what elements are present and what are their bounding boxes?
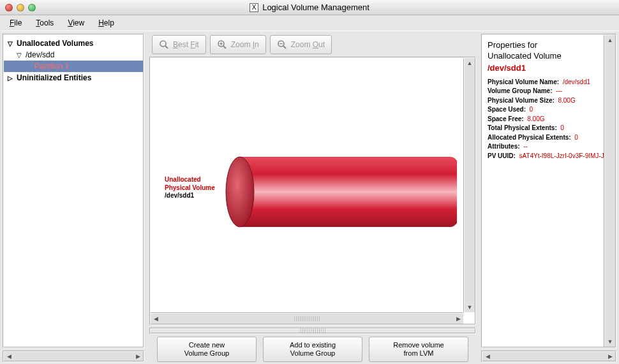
canvas-horizontal-scrollbar[interactable]: ◀ ▶: [151, 312, 463, 324]
tree-node-unallocated-volumes[interactable]: ▽ Unallocated Volumes: [4, 38, 143, 49]
svg-rect-9: [240, 157, 451, 227]
svg-point-11: [226, 157, 254, 227]
magnifier-plus-icon: [217, 40, 227, 50]
x11-icon: X: [250, 3, 258, 12]
chevron-down-icon: ▽: [15, 52, 23, 59]
svg-line-3: [223, 46, 226, 48]
prop-attributes: Attributes: --: [488, 142, 615, 152]
prop-pv-size: Physical Volume Size: 8.00G: [488, 96, 615, 106]
minimize-window-button[interactable]: [17, 4, 24, 11]
scroll-right-icon[interactable]: ▶: [605, 352, 615, 361]
svg-line-7: [283, 46, 286, 48]
tree-node-uninitialized-entities[interactable]: ▷ Uninitialized Entities: [4, 72, 143, 84]
svg-line-1: [165, 46, 168, 48]
menu-tools[interactable]: Tools: [30, 17, 59, 29]
menu-bar: File Tools View Help: [0, 15, 619, 31]
scroll-down-icon[interactable]: ▼: [465, 302, 475, 312]
volume-canvas: Unallocated Physical Volume /dev/sdd1: [149, 57, 476, 325]
prop-total-extents: Total Physical Extents: 0: [488, 124, 615, 133]
maximize-window-button[interactable]: [28, 4, 36, 11]
canvas-vertical-scrollbar[interactable]: ▲ ▼: [463, 58, 475, 312]
window-controls: [5, 4, 36, 11]
scroll-left-icon[interactable]: ◀: [4, 352, 14, 361]
scroll-right-icon[interactable]: ▶: [453, 316, 463, 322]
prop-space-used: Space Used: 0: [488, 105, 615, 115]
scroll-left-icon[interactable]: ◀: [482, 352, 493, 361]
properties-vertical-scrollbar[interactable]: ▲ ▼: [604, 35, 615, 347]
chevron-down-icon: ▽: [6, 40, 14, 47]
tree-label: Uninitialized Entities: [17, 73, 91, 82]
tree-label: Partition 1: [34, 62, 69, 71]
zoom-in-button[interactable]: Zoom In: [210, 35, 266, 54]
tree-label: /dev/sdd: [26, 50, 54, 59]
properties-pane: Properties for Unallocated Volume /dev/s…: [479, 31, 619, 364]
action-button-row: Create newVolume Group Add to existingVo…: [149, 337, 476, 362]
tree-node-device[interactable]: ▽ /dev/sdd: [4, 49, 143, 61]
create-volume-group-button[interactable]: Create newVolume Group: [157, 337, 257, 362]
add-to-volume-group-button[interactable]: Add to existingVolume Group: [263, 337, 362, 362]
scroll-right-icon[interactable]: ▶: [133, 352, 143, 361]
scroll-up-icon[interactable]: ▲: [605, 35, 615, 45]
properties-header: Properties for Unallocated Volume: [488, 40, 615, 62]
window-title: X Logical Volume Management: [0, 3, 619, 12]
svg-point-0: [160, 41, 166, 47]
zoom-out-button[interactable]: Zoom Out: [270, 35, 332, 54]
tree-label: Unallocated Volumes: [17, 39, 93, 48]
prop-vg-name: Volume Group Name: ---: [488, 87, 615, 96]
chevron-right-icon: ▷: [6, 75, 14, 82]
pane-resize-handle[interactable]: [149, 328, 476, 334]
scroll-down-icon[interactable]: ▼: [605, 337, 615, 347]
magnifier-icon: [159, 40, 169, 50]
close-window-button[interactable]: [5, 4, 13, 11]
prop-allocated-extents: Allocated Physical Extents: 0: [488, 133, 615, 143]
prop-space-free: Space Free: 8.00G: [488, 115, 615, 124]
menu-help[interactable]: Help: [93, 17, 120, 29]
prop-pv-uuid: PV UUID: sAT4Yt-I98L-JzrI-0v3F-9IMJ-J09t…: [488, 152, 615, 161]
menu-view[interactable]: View: [62, 17, 90, 29]
main-pane: Best Fit Zoom In Zoom Out Unallocated Ph…: [147, 31, 479, 364]
scroll-up-icon[interactable]: ▲: [465, 58, 475, 68]
prop-pv-name: Physical Volume Name: /dev/sdd1: [488, 78, 615, 87]
sidebar: ▽ Unallocated Volumes ▽ /dev/sdd Partiti…: [0, 31, 147, 364]
window-titlebar: X Logical Volume Management: [0, 0, 619, 15]
sidebar-horizontal-scrollbar[interactable]: ◀ ▶: [3, 351, 144, 362]
volume-tree: ▽ Unallocated Volumes ▽ /dev/sdd Partiti…: [3, 34, 144, 348]
window-title-text: Logical Volume Management: [262, 3, 369, 12]
best-fit-button[interactable]: Best Fit: [152, 35, 206, 54]
scroll-left-icon[interactable]: ◀: [151, 316, 161, 322]
menu-file[interactable]: File: [4, 17, 27, 29]
properties-device-path: /dev/sdd1: [488, 63, 615, 73]
remove-from-lvm-button[interactable]: Remove volumefrom LVM: [369, 337, 468, 362]
tree-node-partition[interactable]: Partition 1: [4, 61, 143, 72]
volume-cylinder-graphic: [157, 58, 457, 312]
properties-horizontal-scrollbar[interactable]: ◀ ▶: [481, 351, 616, 362]
zoom-toolbar: Best Fit Zoom In Zoom Out: [152, 35, 476, 54]
magnifier-minus-icon: [277, 40, 287, 50]
